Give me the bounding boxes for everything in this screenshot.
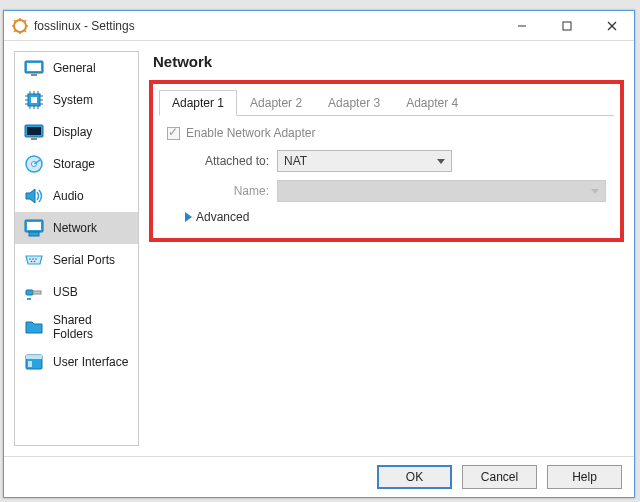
advanced-toggle[interactable]: Advanced — [185, 210, 606, 224]
svg-rect-17 — [31, 97, 37, 103]
attached-to-label: Attached to: — [167, 154, 277, 168]
svg-rect-15 — [31, 74, 37, 76]
svg-line-7 — [24, 20, 26, 22]
serial-port-icon — [23, 249, 45, 271]
attached-to-row: Attached to: NAT — [167, 150, 606, 172]
display-icon — [23, 121, 45, 143]
svg-point-39 — [32, 258, 34, 260]
chip-icon — [23, 89, 45, 111]
tab-adapter-4[interactable]: Adapter 4 — [393, 90, 471, 115]
help-button[interactable]: Help — [547, 465, 622, 489]
close-button[interactable] — [589, 11, 634, 41]
attached-to-select[interactable]: NAT — [277, 150, 452, 172]
sidebar-item-general[interactable]: General — [15, 52, 138, 84]
sidebar-item-label: Shared Folders — [53, 313, 130, 341]
svg-line-6 — [24, 30, 26, 32]
ok-button[interactable]: OK — [377, 465, 452, 489]
settings-window: fosslinux - Settings — [3, 10, 635, 498]
chevron-down-icon — [591, 189, 599, 194]
tab-adapter-1[interactable]: Adapter 1 — [159, 90, 237, 116]
tab-body: Enable Network Adapter Attached to: NAT … — [159, 116, 614, 232]
svg-rect-31 — [27, 127, 41, 135]
maximize-button[interactable] — [544, 11, 589, 41]
sidebar-item-user-interface[interactable]: User Interface — [15, 346, 138, 378]
sidebar-item-label: Audio — [53, 189, 84, 203]
attached-to-value: NAT — [284, 154, 307, 168]
svg-point-41 — [31, 261, 33, 263]
enable-adapter-checkbox[interactable] — [167, 127, 180, 140]
folder-icon — [23, 316, 45, 338]
sidebar-item-storage[interactable]: Storage — [15, 148, 138, 180]
sidebar-item-system[interactable]: System — [15, 84, 138, 116]
adapter-tabs: Adapter 1 Adapter 2 Adapter 3 Adapter 4 — [159, 90, 614, 116]
sidebar-item-label: User Interface — [53, 355, 128, 369]
sidebar-item-label: Network — [53, 221, 97, 235]
sidebar-item-audio[interactable]: Audio — [15, 180, 138, 212]
advanced-label: Advanced — [196, 210, 249, 224]
cancel-button[interactable]: Cancel — [462, 465, 537, 489]
tab-adapter-2[interactable]: Adapter 2 — [237, 90, 315, 115]
tab-adapter-3[interactable]: Adapter 3 — [315, 90, 393, 115]
sidebar-item-label: USB — [53, 285, 78, 299]
svg-rect-37 — [27, 222, 41, 230]
svg-rect-10 — [563, 22, 571, 30]
sidebar-item-label: Display — [53, 125, 92, 139]
enable-adapter-label: Enable Network Adapter — [186, 126, 315, 140]
disk-icon — [23, 153, 45, 175]
sidebar-item-label: Serial Ports — [53, 253, 115, 267]
highlight-box: Adapter 1 Adapter 2 Adapter 3 Adapter 4 … — [149, 80, 624, 242]
sidebar-item-label: General — [53, 61, 96, 75]
svg-rect-36 — [29, 232, 39, 236]
svg-rect-43 — [26, 290, 33, 295]
svg-rect-32 — [31, 138, 37, 140]
svg-line-5 — [14, 20, 16, 22]
sidebar-item-serial-ports[interactable]: Serial Ports — [15, 244, 138, 276]
sidebar-item-shared-folders[interactable]: Shared Folders — [15, 308, 138, 346]
monitor-icon — [23, 57, 45, 79]
page-title: Network — [153, 53, 624, 70]
sidebar-item-display[interactable]: Display — [15, 116, 138, 148]
svg-point-40 — [35, 258, 37, 260]
sidebar-item-label: System — [53, 93, 93, 107]
svg-line-8 — [14, 30, 16, 32]
speaker-icon — [23, 185, 45, 207]
svg-rect-48 — [28, 361, 32, 367]
titlebar: fosslinux - Settings — [4, 11, 634, 41]
ui-icon — [23, 351, 45, 373]
svg-rect-44 — [33, 291, 41, 294]
svg-point-42 — [34, 261, 36, 263]
enable-adapter-row: Enable Network Adapter — [167, 126, 606, 140]
name-row: Name: — [167, 180, 606, 202]
svg-rect-45 — [27, 298, 31, 300]
minimize-button[interactable] — [499, 11, 544, 41]
window-title: fosslinux - Settings — [34, 19, 135, 33]
usb-icon — [23, 281, 45, 303]
content-panel: Network Adapter 1 Adapter 2 Adapter 3 Ad… — [149, 51, 624, 446]
triangle-right-icon — [185, 212, 192, 222]
svg-rect-47 — [26, 355, 42, 359]
name-label: Name: — [167, 184, 277, 198]
dialog-footer: OK Cancel Help — [4, 456, 634, 497]
svg-point-38 — [29, 258, 31, 260]
sidebar-item-label: Storage — [53, 157, 95, 171]
name-select — [277, 180, 606, 202]
app-icon — [12, 18, 28, 34]
network-icon — [23, 217, 45, 239]
sidebar-item-network[interactable]: Network — [15, 212, 138, 244]
body-area: General System — [4, 41, 634, 456]
sidebar-item-usb[interactable]: USB — [15, 276, 138, 308]
chevron-down-icon — [437, 159, 445, 164]
sidebar: General System — [14, 51, 139, 446]
svg-rect-14 — [27, 63, 41, 71]
